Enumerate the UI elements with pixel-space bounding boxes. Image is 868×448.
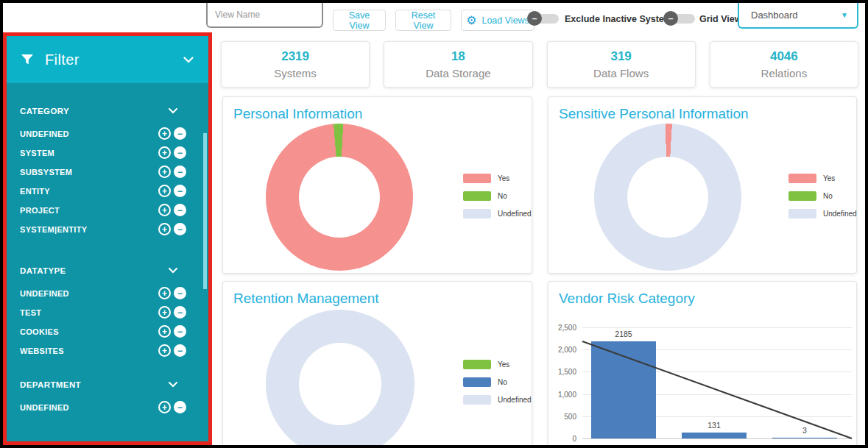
- minus-circle-icon[interactable]: −: [174, 166, 186, 178]
- filter-item-subsystem: SUBSYSTEM+−: [20, 166, 195, 178]
- plus-circle-icon[interactable]: +: [158, 306, 171, 319]
- minus-circle-icon[interactable]: −: [174, 401, 186, 413]
- minus-circle-icon[interactable]: −: [174, 185, 186, 197]
- plus-circle-icon[interactable]: +: [158, 146, 171, 159]
- y-axis-tick-label: 500: [548, 413, 576, 421]
- minus-circle-icon[interactable]: −: [174, 325, 186, 338]
- filter-item-websites: WEBSITES+−: [20, 344, 195, 357]
- exclude-inactive-systems-toggle[interactable]: –: [527, 11, 562, 26]
- legend-item-undefined: Undefined: [788, 209, 857, 218]
- legend-swatch: [463, 360, 491, 369]
- plus-circle-icon[interactable]: +: [158, 344, 171, 357]
- plus-circle-icon[interactable]: +: [158, 287, 171, 299]
- legend-item-yes: Yes: [788, 174, 857, 183]
- chevron-down-icon[interactable]: [183, 57, 194, 63]
- funnel-icon: [21, 54, 33, 65]
- chevron-down-icon[interactable]: [169, 382, 177, 388]
- filter-item-buttons: +−: [158, 185, 186, 197]
- reset-view-button[interactable]: Reset View: [395, 10, 451, 31]
- legend-swatch: [788, 174, 816, 183]
- stat-label: Systems: [274, 67, 317, 79]
- legend-label: No: [823, 192, 833, 200]
- stat-card-data-storage: 18Data Storage: [384, 41, 532, 88]
- filter-section-name: DATATYPE: [20, 266, 169, 275]
- donut-hole: [299, 157, 380, 238]
- filter-header[interactable]: Filter: [7, 36, 208, 83]
- y-axis-tick-label: 1,000: [548, 391, 576, 399]
- plus-circle-icon[interactable]: +: [158, 127, 171, 140]
- filter-section-header-department[interactable]: DEPARTMENT: [20, 379, 195, 391]
- y-axis-tick-label: 2,000: [548, 346, 576, 354]
- minus-circle-icon[interactable]: −: [174, 306, 186, 319]
- filter-item-label: SYSTEM|ENTITY: [20, 225, 158, 234]
- y-axis-tick-label: 2,500: [548, 324, 576, 332]
- grid-view-toggle[interactable]: –: [663, 11, 699, 26]
- exclude-inactive-systems-label: Exclude Inactive Systems: [565, 14, 677, 24]
- legend-swatch: [788, 209, 816, 218]
- plus-circle-icon[interactable]: +: [158, 223, 171, 235]
- minus-circle-icon[interactable]: −: [174, 287, 186, 299]
- filter-section-header-datatype[interactable]: DATATYPE: [20, 265, 195, 277]
- save-view-button[interactable]: Save View: [333, 10, 386, 31]
- sidebar-scrollbar[interactable]: [203, 133, 207, 289]
- chart-title: Retention Management: [233, 291, 379, 307]
- legend-item-undefined: Undefined: [463, 209, 532, 218]
- donut-hole: [299, 343, 381, 425]
- filter-item-label: PROJECT: [20, 206, 158, 215]
- legend-label: No: [498, 192, 507, 200]
- legend-label: Yes: [498, 174, 509, 182]
- filter-item-label: TEST: [20, 308, 158, 317]
- legend-label: Undefined: [498, 396, 532, 404]
- plus-circle-icon[interactable]: +: [158, 185, 171, 197]
- filter-item-cookies: COOKIES+−: [20, 325, 195, 338]
- plus-circle-icon[interactable]: +: [158, 401, 171, 413]
- chevron-down-icon[interactable]: [169, 108, 177, 114]
- donut-ring: [266, 310, 414, 448]
- grid-view-label: Grid View: [699, 14, 741, 24]
- filter-title: Filter: [45, 51, 183, 68]
- filter-item-buttons: +−: [158, 287, 186, 299]
- filter-item-system-entity: SYSTEM|ENTITY+−: [20, 223, 195, 235]
- minus-circle-icon[interactable]: −: [174, 146, 186, 159]
- view-selector-dropdown[interactable]: Dashboard ▼: [738, 3, 858, 29]
- filter-item-test: TEST+−: [20, 306, 195, 319]
- view-name-input[interactable]: [206, 3, 323, 28]
- filter-item-label: ENTITY: [20, 187, 158, 196]
- stat-value: 4046: [770, 49, 798, 64]
- stat-card-systems: 2319Systems: [221, 41, 370, 88]
- minus-circle-icon[interactable]: −: [174, 344, 186, 357]
- plus-circle-icon[interactable]: +: [158, 204, 171, 216]
- filter-section-header-category[interactable]: CATEGORY: [20, 105, 195, 117]
- filter-item-entity: ENTITY+−: [20, 185, 195, 197]
- legend-swatch: [463, 377, 491, 387]
- minus-circle-icon[interactable]: −: [174, 204, 186, 216]
- filter-item-label: UNDEFINED: [20, 403, 158, 412]
- minus-circle-icon[interactable]: −: [174, 127, 186, 140]
- legend-label: No: [498, 378, 507, 386]
- view-selector-value: Dashboard: [751, 10, 841, 21]
- legend-label: Yes: [823, 174, 835, 182]
- filter-item-undefined: UNDEFINED+−: [20, 401, 195, 413]
- filter-item-system: SYSTEM+−: [20, 146, 195, 159]
- donut-ring: [266, 124, 413, 271]
- legend-item-no: No: [463, 377, 532, 387]
- vendor-risk-category-card: Vendor Risk Category 218513132,5002,0001…: [548, 281, 857, 448]
- chart-legend: YesNoUndefined: [463, 174, 532, 227]
- chart-title: Vendor Risk Category: [559, 291, 695, 307]
- filter-item-buttons: +−: [158, 401, 186, 413]
- filter-sidebar-annotation: Filter CATEGORYUNDEFINED+−SYSTEM+−SUBSYS…: [3, 32, 212, 445]
- legend-swatch: [463, 209, 491, 218]
- minus-circle-icon[interactable]: −: [174, 223, 186, 235]
- filter-item-undefined: UNDEFINED+−: [20, 127, 195, 140]
- gridline: [582, 438, 852, 439]
- legend-label: Undefined: [498, 210, 532, 218]
- load-views-label: Load Views: [481, 15, 529, 26]
- chevron-down-icon[interactable]: [169, 268, 177, 274]
- legend-item-undefined: Undefined: [463, 395, 532, 405]
- stat-label: Data Storage: [426, 67, 490, 79]
- plus-circle-icon[interactable]: +: [158, 325, 171, 338]
- legend-item-no: No: [463, 191, 532, 201]
- plus-circle-icon[interactable]: +: [158, 166, 171, 178]
- legend-item-yes: Yes: [463, 360, 532, 369]
- load-views-button[interactable]: ⚙ Load Views: [461, 10, 534, 31]
